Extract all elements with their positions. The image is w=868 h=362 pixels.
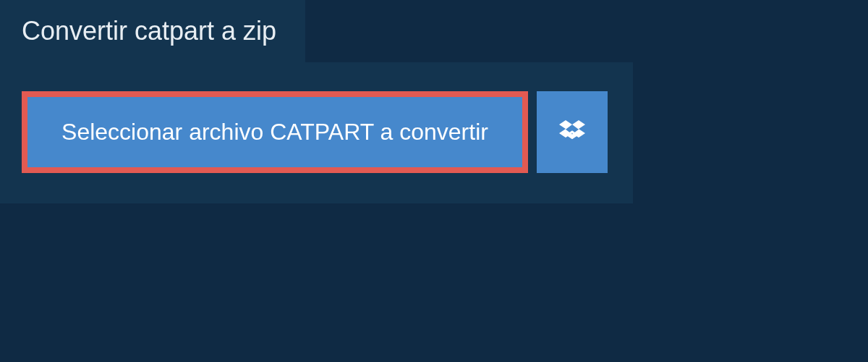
tab-title: Convertir catpart a zip bbox=[22, 16, 276, 46]
dropbox-button[interactable] bbox=[537, 91, 608, 173]
select-file-button[interactable]: Seleccionar archivo CATPART a convertir bbox=[22, 91, 528, 173]
select-file-label: Seleccionar archivo CATPART a convertir bbox=[61, 119, 488, 146]
conversion-panel: Seleccionar archivo CATPART a convertir bbox=[0, 62, 633, 203]
active-tab[interactable]: Convertir catpart a zip bbox=[0, 0, 305, 62]
dropbox-icon bbox=[559, 118, 585, 147]
button-row: Seleccionar archivo CATPART a convertir bbox=[22, 91, 611, 173]
